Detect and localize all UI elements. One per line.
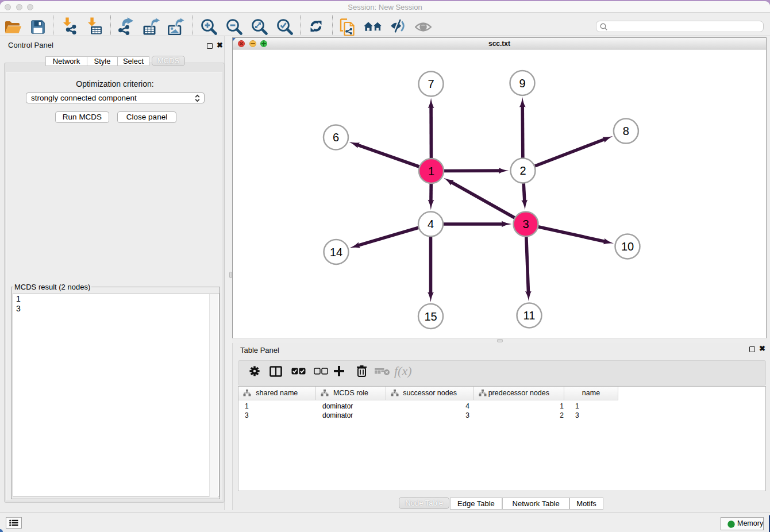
- svg-text:14: 14: [330, 246, 342, 259]
- svg-text:1: 1: [428, 165, 434, 178]
- svg-text:8: 8: [623, 125, 629, 137]
- svg-text:7: 7: [428, 78, 434, 90]
- svg-text:10: 10: [621, 240, 634, 253]
- svg-text:6: 6: [333, 131, 339, 144]
- svg-text:15: 15: [424, 310, 437, 323]
- svg-text:3: 3: [522, 218, 529, 230]
- svg-text:11: 11: [523, 309, 536, 322]
- svg-text:4: 4: [428, 218, 434, 230]
- svg-text:9: 9: [519, 77, 525, 90]
- svg-text:2: 2: [519, 164, 526, 177]
